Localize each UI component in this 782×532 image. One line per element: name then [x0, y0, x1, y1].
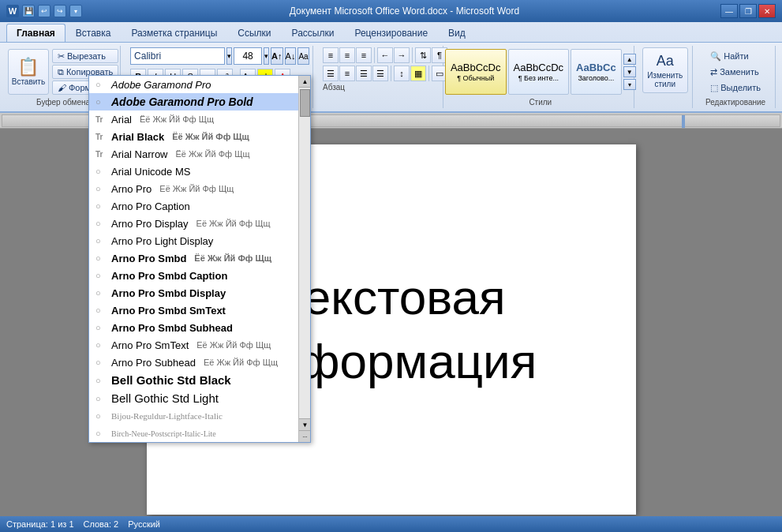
font-item-arno-pro[interactable]: ○ Arno Pro Её Жж Йй Фф Щщ: [89, 180, 310, 197]
cut-label: Вырезать: [67, 51, 106, 61]
ribbon-tabs: Главная Вставка Разметка страницы Ссылки…: [0, 22, 782, 42]
tab-view[interactable]: Вид: [438, 24, 476, 42]
font-item-script1[interactable]: ○ Bijou-Reguldur-Lightface-Italic: [89, 407, 310, 425]
font-name-agpb: Adobe Garamond Pro Bold: [111, 96, 253, 108]
change-styles-label: Изменить стили: [643, 71, 687, 88]
style-heading1-button[interactable]: AaBbCc Заголово...: [571, 49, 622, 95]
font-name-arno-smbd-sub: Arno Pro Smbd Subhead: [111, 322, 233, 334]
restore-button[interactable]: ❐: [739, 4, 757, 18]
font-item-arial-black[interactable]: Tr Arial Black Ёё Жж Йй Фф Щщ: [89, 128, 310, 145]
undo-quick[interactable]: ↩: [38, 5, 51, 17]
styles-more-button[interactable]: ▾: [623, 79, 636, 90]
style-normal-button[interactable]: AaBbCcDc ¶ Обычный: [445, 49, 507, 95]
font-item-arno-smbd-smtext[interactable]: ○ Arno Pro Smbd SmText: [89, 302, 310, 319]
font-size-input[interactable]: [234, 47, 262, 65]
font-item-arial-narrow[interactable]: Tr Arial Narrow Ёё Жж Йй Фф Щщ: [89, 145, 310, 163]
align-justify-button[interactable]: ☰: [372, 66, 388, 81]
dropdown-quick[interactable]: ▾: [69, 5, 82, 17]
font-name-input[interactable]: [130, 47, 225, 65]
font-item-arial-unicode[interactable]: ○ Arial Unicode MS: [89, 163, 310, 180]
replace-button[interactable]: ⇄ Заменить: [705, 65, 765, 79]
shading-button[interactable]: ▦: [410, 66, 426, 81]
font-item-arno-smbd[interactable]: ○ Arno Pro Smbd Ёё Жж Йй Фф Щщ: [89, 249, 310, 267]
font-item-arno-subhead[interactable]: ○ Arno Pro Subhead Её Жж Йй Фф Щщ: [89, 354, 310, 371]
scrollbar-down-button[interactable]: ▼: [299, 418, 310, 430]
increase-font-button[interactable]: A↑: [271, 47, 282, 65]
indent-increase-button[interactable]: →: [394, 47, 410, 63]
close-button[interactable]: ✕: [758, 4, 776, 18]
font-item-arno-smbd-display[interactable]: ○ Arno Pro Smbd Display: [89, 284, 310, 302]
font-name-arno-smt: Arno Pro SmText: [111, 339, 189, 351]
font-preview-arial: Ёё Жж Йй Фф Щщ: [140, 114, 214, 124]
indent-decrease-button[interactable]: ←: [377, 47, 393, 63]
font-item-script2[interactable]: ○ Birch-Neue-Postscript-Italic-Lite: [89, 425, 310, 442]
font-name-arial: Arial: [111, 114, 132, 126]
font-item-adobe-garamond-bold[interactable]: ○ Adobe Garamond Pro Bold: [89, 93, 310, 111]
font-name-dropdown[interactable]: ▾: [226, 47, 232, 65]
font-icon-arial-unicode: ○: [95, 167, 107, 176]
tab-mailings[interactable]: Рассылки: [282, 24, 345, 42]
font-item-arno-smbd-subhead[interactable]: ○ Arno Pro Smbd Subhead: [89, 319, 310, 336]
ruler-indent-right[interactable]: [682, 115, 685, 128]
decrease-font-button[interactable]: A↓: [285, 47, 297, 65]
scrollbar-thumb[interactable]: [300, 89, 310, 117]
scrollbar-up-button[interactable]: ▲: [299, 76, 310, 88]
redo-quick[interactable]: ↪: [54, 5, 66, 17]
sort-button[interactable]: ⇅: [415, 47, 431, 63]
find-button[interactable]: 🔍 Найти: [705, 49, 765, 63]
font-name-arial-unicode: Arial Unicode MS: [111, 166, 190, 178]
copy-icon: ⧉: [58, 67, 64, 77]
clear-format-button[interactable]: Aa: [297, 47, 309, 65]
divider2: [374, 47, 375, 63]
font-icon-arial-narrow: Tr: [95, 150, 107, 159]
numbered-list-button[interactable]: ≡: [339, 47, 355, 63]
select-button[interactable]: ⬚ Выделить: [705, 81, 765, 95]
align-left-button[interactable]: ☰: [323, 66, 339, 81]
font-item-arno-light[interactable]: ○ Arno Pro Light Display: [89, 232, 310, 249]
editing-buttons: 🔍 Найти ⇄ Заменить ⬚ Выделить: [699, 47, 772, 96]
font-item-bell-gothic-black[interactable]: ○ Bell Gothic Std Black: [89, 371, 310, 389]
font-item-arno-caption[interactable]: ○ Arno Pro Caption: [89, 197, 310, 215]
font-item-arno-display[interactable]: ○ Arno Pro Display Её Жж Йй Фф Щщ: [89, 215, 310, 232]
font-item-bell-gothic-light[interactable]: ○ Bell Gothic Std Light: [89, 389, 310, 407]
tab-insert[interactable]: Вставка: [65, 24, 122, 42]
font-icon-arno-light: ○: [95, 236, 107, 245]
font-icon-arno-smt: ○: [95, 340, 107, 350]
font-preview-arial-narrow: Ёё Жж Йй Фф Щщ: [176, 149, 250, 159]
styles-down-button[interactable]: ▼: [623, 66, 636, 77]
tab-review[interactable]: Рецензирование: [344, 24, 438, 42]
styles-up-button[interactable]: ▲: [623, 54, 636, 65]
style-heading1-preview: AaBbCc: [576, 62, 616, 74]
tab-references[interactable]: Ссылки: [227, 24, 281, 42]
font-item-arial[interactable]: Tr Arial Ёё Жж Йй Фф Щщ: [89, 111, 310, 128]
multilevel-list-button[interactable]: ≡: [356, 47, 372, 63]
replace-label: Заменить: [720, 67, 758, 77]
divider3: [412, 47, 413, 63]
align-center-button[interactable]: ≡: [339, 66, 355, 81]
align-right-button[interactable]: ☰: [356, 66, 372, 81]
align-buttons: ☰ ≡ ☰ ☰ ↕ ▦ ▭: [323, 66, 447, 81]
paste-icon: 📋: [17, 58, 39, 76]
font-name-arial-narrow: Arial Narrow: [111, 148, 168, 160]
bullet-list-button[interactable]: ≡: [323, 47, 339, 63]
style-nospacing-button[interactable]: AaBbCcDc ¶ Без инте...: [508, 49, 570, 95]
line-spacing-button[interactable]: ↕: [394, 66, 410, 81]
font-item-adobe-garamond[interactable]: ○ Adobe Garamond Pro: [89, 76, 310, 93]
scrollbar-bottom-button[interactable]: ···: [299, 430, 310, 442]
change-styles-button[interactable]: Aa Изменить стили: [642, 47, 688, 93]
cut-button[interactable]: ✂ Вырезать: [52, 49, 118, 63]
font-item-arno-smbd-caption[interactable]: ○ Arno Pro Smbd Caption: [89, 267, 310, 284]
status-bar: Страница: 1 из 1 Слова: 2 Русский: [0, 516, 782, 532]
font-item-arno-smtext[interactable]: ○ Arno Pro SmText Её Жж Йй Фф Щщ: [89, 336, 310, 354]
style-normal-label: ¶ Обычный: [457, 74, 494, 82]
styles-label: Стили: [529, 98, 552, 107]
font-list-scrollbar[interactable]: ▲ ▼ ···: [298, 76, 310, 442]
save-quick[interactable]: 💾: [22, 5, 35, 17]
tab-home[interactable]: Главная: [6, 24, 65, 42]
tab-page-layout[interactable]: Разметка страницы: [121, 24, 227, 42]
font-name-arno-smbd-smt: Arno Pro Smbd SmText: [111, 305, 226, 317]
font-dropdown[interactable]: ○ Adobe Garamond Pro ○ Adobe Garamond Pr…: [88, 75, 311, 443]
font-size-dropdown[interactable]: ▾: [264, 47, 269, 65]
minimize-button[interactable]: —: [720, 4, 738, 18]
paste-button[interactable]: 📋 Вставить: [8, 49, 49, 95]
